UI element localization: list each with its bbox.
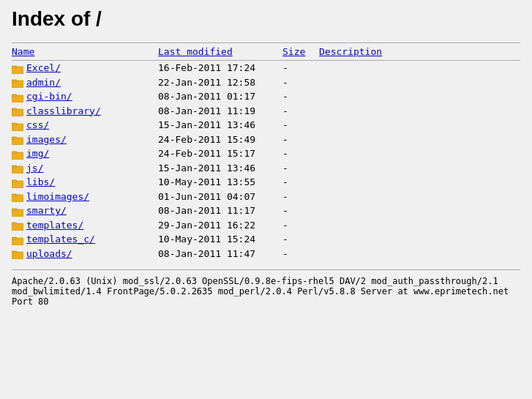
file-size-cell: - [282, 247, 319, 261]
svg-rect-23 [12, 166, 23, 174]
date-sort-link[interactable]: Last modified [158, 46, 233, 57]
dir-link[interactable]: Excel/ [26, 62, 61, 73]
file-date-cell: 16-Feb-2011 17:24 [158, 61, 282, 75]
svg-rect-38 [12, 238, 23, 245]
file-name-cell: limoimages/ [12, 190, 158, 204]
folder-icon [12, 249, 23, 259]
file-date-cell: 10-May-2011 15:24 [158, 232, 282, 247]
file-desc-cell [319, 118, 520, 133]
file-size-cell: - [282, 190, 319, 204]
file-size-cell: - [282, 204, 319, 218]
dir-link[interactable]: cgi-bin/ [26, 91, 72, 102]
file-desc-cell [319, 133, 520, 147]
svg-rect-20 [12, 152, 23, 160]
dir-link[interactable]: templates/ [26, 220, 83, 231]
file-date-cell: 29-Jan-2011 16:22 [158, 218, 282, 233]
file-desc-cell [319, 190, 520, 204]
svg-rect-11 [12, 109, 23, 116]
dir-link[interactable]: libs/ [26, 176, 55, 187]
svg-rect-35 [12, 223, 23, 231]
file-desc-cell [319, 175, 520, 190]
file-name-cell: Excel/ [12, 61, 158, 75]
file-size-cell: - [282, 133, 319, 147]
table-row: admin/22-Jan-2011 12:58- [12, 75, 520, 90]
col-desc-header[interactable]: Description [319, 43, 520, 61]
table-header: Name Last modified Size Description [12, 43, 520, 61]
svg-rect-32 [12, 209, 23, 217]
file-desc-cell [319, 218, 520, 233]
file-size-cell: - [282, 61, 319, 75]
table-row: classlibrary/08-Jan-2011 11:19- [12, 104, 520, 119]
col-name-header[interactable]: Name [12, 43, 158, 61]
file-date-cell: 24-Feb-2011 15:49 [158, 133, 282, 147]
file-date-cell: 22-Jan-2011 12:58 [158, 75, 282, 90]
file-size-cell: - [282, 232, 319, 247]
file-name-cell: img/ [12, 146, 158, 161]
page-title: Index of / [12, 7, 520, 31]
server-footer: Apache/2.0.63 (Unix) mod_ssl/2.0.63 Open… [12, 269, 520, 307]
file-date-cell: 01-Jun-2011 04:07 [158, 190, 282, 204]
folder-icon [12, 220, 23, 231]
folder-icon [12, 121, 23, 131]
table-row: libs/10-May-2011 13:55- [12, 175, 520, 190]
file-desc-cell [319, 146, 520, 161]
file-desc-cell [319, 204, 520, 218]
dir-link[interactable]: css/ [26, 119, 49, 130]
dir-link[interactable]: js/ [26, 163, 43, 174]
table-row: templates_c/10-May-2011 15:24- [12, 232, 520, 247]
file-date-cell: 15-Jan-2011 13:46 [158, 118, 282, 133]
file-date-cell: 10-May-2011 13:55 [158, 175, 282, 190]
svg-rect-8 [12, 95, 23, 102]
dir-link[interactable]: classlibrary/ [26, 105, 101, 116]
col-size-header[interactable]: Size [282, 43, 319, 61]
file-size-cell: - [282, 75, 319, 90]
file-desc-cell [319, 232, 520, 247]
name-sort-link[interactable]: Name [12, 46, 34, 57]
dir-link[interactable]: img/ [26, 148, 49, 159]
table-row: js/15-Jan-2011 13:46- [12, 161, 520, 176]
svg-rect-41 [12, 252, 23, 259]
table-row: Excel/16-Feb-2011 17:24- [12, 61, 520, 75]
dir-link[interactable]: uploads/ [26, 248, 72, 259]
dir-link[interactable]: templates_c/ [26, 234, 95, 245]
dir-link[interactable]: admin/ [26, 77, 61, 88]
file-date-cell: 08-Jan-2011 11:17 [158, 204, 282, 218]
file-desc-cell [319, 75, 520, 90]
folder-icon [12, 235, 23, 245]
file-name-cell: templates/ [12, 218, 158, 233]
folder-icon [12, 64, 23, 74]
table-row: templates/29-Jan-2011 16:22- [12, 218, 520, 233]
svg-rect-29 [12, 195, 23, 202]
file-size-cell: - [282, 146, 319, 161]
file-size-cell: - [282, 89, 319, 104]
dir-link[interactable]: images/ [26, 134, 67, 145]
file-name-cell: templates_c/ [12, 232, 158, 247]
file-size-cell: - [282, 218, 319, 233]
dir-link[interactable]: smarty/ [26, 205, 67, 216]
table-row: images/24-Feb-2011 15:49- [12, 133, 520, 147]
table-row: limoimages/01-Jun-2011 04:07- [12, 190, 520, 204]
folder-icon [12, 92, 23, 102]
folder-icon [12, 206, 23, 217]
folder-icon [12, 106, 23, 116]
file-desc-cell [319, 104, 520, 119]
table-row: css/15-Jan-2011 13:46- [12, 118, 520, 133]
file-size-cell: - [282, 161, 319, 176]
size-sort-link[interactable]: Size [282, 46, 305, 57]
file-size-cell: - [282, 175, 319, 190]
file-desc-cell [319, 247, 520, 261]
folder-icon [12, 178, 23, 188]
file-date-cell: 24-Feb-2011 15:17 [158, 146, 282, 161]
file-name-cell: classlibrary/ [12, 104, 158, 119]
table-row: smarty/08-Jan-2011 11:17- [12, 204, 520, 218]
dir-link[interactable]: limoimages/ [26, 191, 89, 202]
file-name-cell: smarty/ [12, 204, 158, 218]
file-name-cell: uploads/ [12, 247, 158, 261]
svg-rect-5 [12, 81, 23, 88]
file-name-cell: images/ [12, 133, 158, 147]
folder-icon [12, 192, 23, 202]
desc-sort-link[interactable]: Description [319, 46, 382, 57]
svg-rect-26 [12, 181, 23, 188]
col-date-header[interactable]: Last modified [158, 43, 282, 61]
svg-rect-17 [12, 138, 23, 145]
